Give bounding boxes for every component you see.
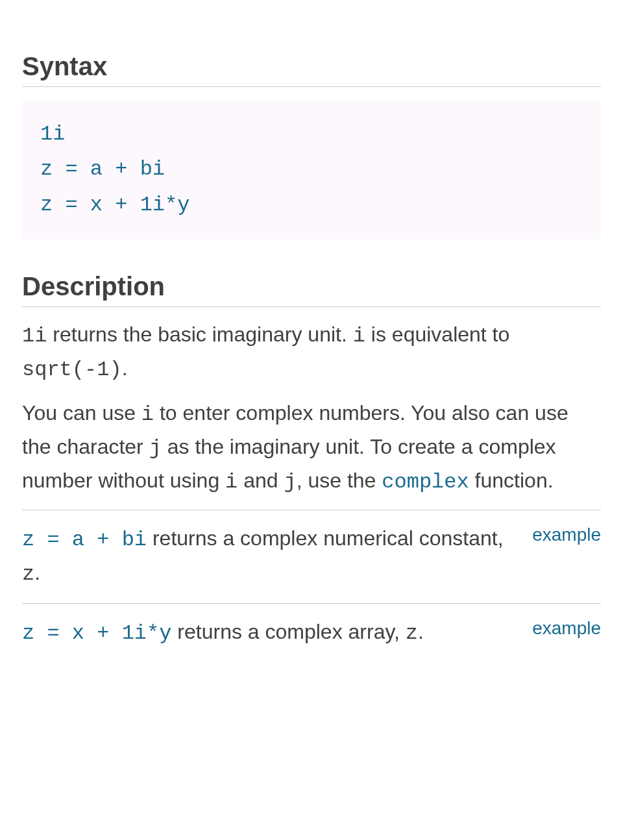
description-item-text: z = a + bi returns a complex numerical c… [22, 522, 519, 591]
code-literal: j [284, 470, 296, 494]
doc-page: Syntax 1i z = a + bi z = x + 1i*y Descri… [0, 0, 623, 676]
code-literal: z [22, 562, 34, 586]
example-link[interactable]: example [532, 522, 601, 545]
text: . [122, 356, 128, 380]
code-literal: j [149, 436, 162, 460]
description-item: z = a + bi returns a complex numerical c… [22, 510, 601, 591]
syntax-line: z = a + bi [40, 152, 583, 187]
description-item: z = x + 1i*y returns a complex array, z.… [22, 603, 601, 650]
description-heading: Description [22, 272, 601, 307]
syntax-line: 1i [40, 117, 583, 152]
syntax-line: z = x + 1i*y [40, 188, 583, 223]
text: returns a complex array, [171, 620, 405, 643]
code-literal: i [225, 470, 238, 494]
text: . [34, 561, 40, 584]
code-literal: i [141, 402, 154, 426]
code-literal: 1i [22, 324, 47, 348]
description-para-1: 1i returns the basic imaginary unit. i i… [22, 319, 601, 386]
text: returns the basic imaginary unit. [47, 323, 352, 346]
text: , use the [297, 469, 382, 492]
code-literal: z [406, 621, 418, 645]
text: returns a complex numerical constant, [147, 526, 504, 550]
syntax-code-block: 1i z = a + bi z = x + 1i*y [22, 100, 601, 240]
text: is equivalent to [365, 323, 509, 346]
text: and [238, 469, 284, 492]
text: function. [469, 469, 554, 492]
code-syntax: z = x + 1i*y [22, 621, 171, 645]
complex-link[interactable]: complex [382, 470, 469, 494]
description-para-2: You can use i to enter complex numbers. … [22, 397, 601, 498]
text: You can use [22, 401, 141, 425]
syntax-heading: Syntax [22, 52, 601, 87]
code-syntax: z = a + bi [22, 528, 147, 552]
code-literal: sqrt(-1) [22, 358, 122, 382]
example-link[interactable]: example [532, 615, 601, 639]
description-item-text: z = x + 1i*y returns a complex array, z. [22, 615, 519, 650]
text: . [418, 620, 424, 643]
code-literal: i [353, 324, 365, 348]
